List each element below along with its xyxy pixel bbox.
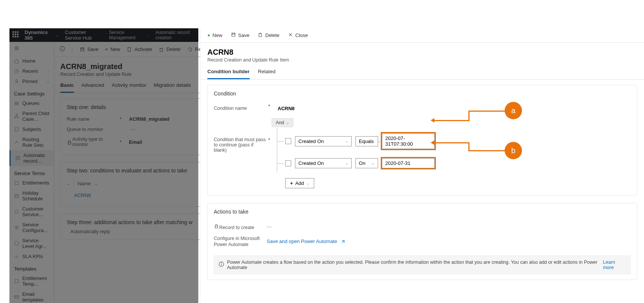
operator-select[interactable]: On⌄	[355, 158, 378, 168]
svg-point-16	[15, 241, 19, 246]
nav-service-config[interactable]: Service Configura...	[9, 220, 54, 235]
template-icon	[14, 278, 19, 284]
nav-customer-service[interactable]: Customer Service...	[9, 204, 54, 220]
bg-activate-button[interactable]: Activate	[127, 46, 152, 52]
activity-type-value: Email	[129, 139, 142, 145]
breadcrumb-2[interactable]: Automatic record creation	[156, 30, 195, 40]
nav-entitlements[interactable]: Entitlements	[9, 178, 54, 188]
group-operator-chip[interactable]: And ⌄	[272, 118, 293, 127]
nav-email-templates[interactable]: Email templates	[9, 289, 54, 303]
nav-pinned[interactable]: Pinned⌄	[9, 76, 54, 86]
bg-command-bar: i | Save +New Activate Delete Refr	[54, 42, 210, 57]
breadcrumb-separator: ›	[148, 33, 150, 37]
bg-new-button[interactable]: +New	[105, 46, 120, 52]
activity-type-label: Activity type to monitor	[67, 137, 120, 147]
queue-label: Queue to monitor	[67, 127, 120, 132]
save-open-pa-link[interactable]: Save and open Power Automate	[267, 238, 337, 244]
app-launcher-icon[interactable]	[12, 31, 19, 39]
info-text: Power Automate creates a flow based on t…	[227, 260, 598, 270]
condition-name-value[interactable]: ACRN8	[278, 103, 295, 111]
hamburger-icon[interactable]	[9, 42, 54, 56]
close-button[interactable]: Close	[288, 32, 308, 38]
bg-step2-card: Step two: conditions to evaluate and act…	[60, 162, 204, 207]
svg-rect-28	[232, 33, 234, 35]
condition-section-title: Condition	[214, 91, 631, 97]
svg-point-14	[15, 210, 19, 214]
grid-row-acrn8[interactable]: ACRN8	[67, 189, 197, 201]
nav-parent-child[interactable]: Parent Child Case...	[9, 108, 54, 124]
add-condition-button[interactable]: + Add ⌄	[285, 178, 314, 188]
nav-sla-kpis[interactable]: SLA KPIs	[9, 251, 54, 261]
nav-section-service-terms: Service Terms	[9, 166, 54, 178]
svg-rect-9	[15, 128, 19, 131]
gear-icon	[14, 225, 19, 230]
clock-icon	[14, 69, 19, 74]
pin-icon	[14, 79, 19, 84]
tab-related[interactable]: Related	[258, 69, 276, 79]
bg-step2-title: Step two: conditions to evaluate and act…	[67, 168, 197, 174]
new-button[interactable]: + New	[207, 32, 222, 38]
svg-rect-12	[15, 195, 19, 198]
global-topbar: Dynamics 365 ⌄ Customer Service Hub Serv…	[9, 28, 198, 42]
group-operator-label: And	[276, 120, 284, 125]
condition-pass-label: Condition that must pass to continue (pa…	[214, 118, 267, 153]
sla-icon	[14, 241, 19, 246]
help-icon[interactable]: i	[60, 46, 65, 52]
nav-holiday[interactable]: Holiday Schedule	[9, 188, 54, 204]
svg-rect-11	[15, 181, 19, 185]
routing-icon	[14, 140, 19, 145]
bg-record-title: ACRN8_migrated	[60, 62, 204, 71]
bg-step3-title: Step three: additional actions to take a…	[67, 219, 197, 225]
nav-entitlement-templates[interactable]: Entitlement Temp...	[9, 273, 54, 289]
hierarchy-icon	[14, 114, 19, 119]
learn-more-link[interactable]: Learn more	[603, 260, 626, 270]
value-input-a[interactable]: 2020-07-31T07:30:00	[382, 133, 435, 149]
bg-tab-migration[interactable]: Migration details	[154, 82, 191, 93]
chevron-down-icon[interactable]: ⌄	[94, 181, 97, 186]
grid-column-name[interactable]: Name	[78, 181, 91, 186]
email-icon	[14, 294, 19, 300]
required-indicator: *	[268, 118, 270, 143]
nav-automatic-record[interactable]: Automatic record...	[9, 150, 54, 166]
bg-tab-basic[interactable]: Basic	[60, 82, 74, 93]
value-input-b[interactable]: 2020-07-31	[382, 158, 435, 168]
brand-label: Dynamics 365	[25, 29, 50, 41]
delete-button[interactable]: Delete	[258, 32, 280, 38]
condition-name-label: Condition name	[214, 103, 267, 111]
required-indicator: *	[120, 139, 122, 145]
bg-record-subtitle: Record Creation and Update Rule	[60, 72, 204, 77]
bg-delete-button[interactable]: Delete	[159, 46, 181, 52]
nav-sla[interactable]: Service Level Agr...	[9, 235, 54, 251]
plus-icon: +	[290, 180, 293, 186]
operator-select[interactable]: Equals⌄	[355, 136, 378, 146]
bg-tab-activity[interactable]: Activity monitor	[112, 82, 147, 93]
save-button[interactable]: Save	[231, 32, 250, 38]
nav-recent[interactable]: Recent⌄	[9, 66, 54, 76]
bg-tab-advanced[interactable]: Advanced	[82, 82, 104, 93]
chevron-down-icon: ⌄	[345, 139, 348, 143]
svg-point-8	[17, 117, 19, 118]
bg-save-button[interactable]: Save	[80, 46, 99, 52]
chevron-down-icon[interactable]: ⌄	[67, 181, 70, 186]
row-checkbox[interactable]	[285, 160, 291, 166]
queue-icon	[14, 101, 19, 106]
nav-subjects[interactable]: Subjects	[9, 124, 54, 134]
row-checkbox[interactable]	[285, 138, 291, 144]
nav-routing[interactable]: Routing Rule Sets	[9, 134, 54, 150]
service-icon	[14, 209, 19, 214]
subjects-icon	[14, 127, 19, 132]
breadcrumb-1[interactable]: Service Management	[109, 30, 142, 40]
nav-section-case-settings: Case Settings	[9, 86, 54, 98]
svg-point-19	[60, 46, 64, 51]
tab-condition-builder[interactable]: Condition builder	[207, 69, 250, 79]
trash-icon	[258, 32, 263, 38]
nav-queues[interactable]: Queues	[9, 98, 54, 108]
record-to-create-value: ---	[267, 221, 272, 229]
svg-point-15	[15, 226, 17, 228]
svg-rect-26	[68, 142, 71, 144]
field-select[interactable]: Created On⌄	[295, 136, 352, 146]
field-select[interactable]: Created On⌄	[295, 158, 352, 168]
bg-tabs: Basic Advanced Activity monitor Migratio…	[54, 77, 210, 93]
bg-step3-card: Step three: additional actions to take a…	[60, 214, 204, 240]
nav-home[interactable]: Home	[9, 56, 54, 66]
